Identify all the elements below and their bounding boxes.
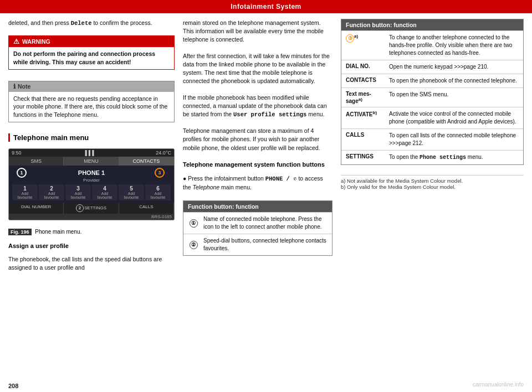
para3: If the mobile phonebook has been modifie… — [183, 94, 332, 120]
warning-box: ⚠ WARNING Do not perform the pairing and… — [8, 35, 175, 69]
phone-name-row: 1 PHONE 1 3 — [12, 168, 171, 178]
phone-mockup: 9:50 ▐▐▐ 24.0°C SMS MENU CONTACTS 1 P — [8, 148, 175, 220]
right-key-textmsg: Text mes-sagea) — [346, 91, 385, 104]
func-table-middle: Function button: function ① Name of conn… — [183, 200, 332, 256]
right-val-settings: To open the Phone settings menu. — [389, 153, 483, 162]
phone-tab-sms[interactable]: SMS — [9, 157, 64, 166]
page-header: Infotainment System — [0, 0, 532, 13]
phone-signal: ▐▐▐ — [83, 150, 94, 156]
phone-badge-1: 1 — [17, 168, 27, 178]
right-func-row-textmsg: Text mes-sagea) To open the SMS menu. — [341, 87, 523, 107]
fig-caption: Fig. 196 Phone main menu. — [8, 229, 175, 235]
right-key-3: ③a) — [346, 34, 385, 43]
right-val-activate: Activate the voice control of the connec… — [389, 110, 519, 126]
watermark: carmanualonline.info — [473, 381, 524, 388]
continue-text: remain stored on the telephone managemen… — [183, 19, 332, 44]
phone-bottom-bar: DIAL NUMBER 2 SETTINGS CALLS — [9, 203, 174, 214]
func-table-header: Function button: function — [183, 201, 332, 212]
numpad-5[interactable]: 5Addfavourite — [119, 184, 144, 200]
section-heading-text: Telephone main menu — [13, 133, 89, 142]
phone-top-bar: 9:50 ▐▐▐ 24.0°C — [9, 149, 174, 157]
note-box: ℹ Note Check that there are no requests … — [8, 81, 175, 122]
warning-body: Do not perform the pairing and connectio… — [9, 47, 174, 69]
right-key-calls: CALLS — [346, 132, 385, 138]
intro-text: deleted, and then press Delete to confir… — [8, 19, 175, 28]
note-body: Check that there are no requests pending… — [9, 92, 174, 122]
user-profile-settings-code: User profile settings — [233, 111, 306, 118]
section-heading-telephone: Telephone main menu — [8, 133, 175, 142]
page-number: 208 — [0, 380, 532, 392]
phone-name: PHONE 1 — [78, 169, 105, 176]
right-func-row-dialNo: DIAL NO. Open the numeric keypad >>>page… — [341, 60, 523, 74]
warning-icon: ⚠ — [13, 38, 19, 45]
phone-tab-menu[interactable]: MENU — [64, 157, 119, 166]
right-key-activate: ACTIVATEb) — [346, 110, 385, 117]
assign-text: The phonebook, the call lists and the sp… — [8, 255, 175, 272]
phone-numpad: 1Addfavourite 2Addfavourite 3Addfavourit… — [12, 184, 171, 200]
phone-tab-contacts[interactable]: CONTACTS — [119, 157, 174, 166]
phone-code: PHONE / ✆ — [265, 176, 297, 182]
right-key-settings: SETTINGS — [346, 153, 385, 159]
para4: Telephone management can store a maximum… — [183, 127, 332, 152]
func-section-title: Telephone management system function but… — [183, 161, 325, 168]
fig-label: Fig. 196 — [8, 229, 32, 235]
phone-main-screen: 1 PHONE 1 3 Provider 1Addfavourite 2Addf… — [9, 166, 174, 203]
func-table-row-1: ① Name of connected mobile telephone. Pr… — [183, 212, 332, 234]
right-func-row-contacts: CONTACTS To open the phonebook of the co… — [341, 74, 523, 87]
right-func-row-settings: SETTINGS To open the Phone settings menu… — [341, 150, 523, 164]
right-key-dialNo: DIAL NO. — [346, 63, 385, 69]
right-val-contacts: To open the phonebook of the connected t… — [389, 77, 517, 85]
para2: After the first connection, it will take… — [183, 52, 332, 86]
badge-2-circle: 2 — [76, 204, 84, 212]
func-table-row-2: ② Speed-dial buttons, connected telephon… — [183, 234, 332, 255]
footnotes: a) Not available for the Media System Co… — [341, 175, 524, 190]
right-key-contacts: CONTACTS — [346, 77, 385, 83]
warning-header: ⚠ WARNING — [9, 36, 174, 47]
right-val-calls: To open call lists of the connected mobi… — [389, 132, 519, 147]
func-section-heading: Telephone management system function but… — [183, 161, 332, 168]
footnote-b: b) Only valid for the Media System Colou… — [341, 184, 524, 190]
phone-tabs: SMS MENU CONTACTS — [9, 157, 174, 166]
telephone-italic: Telephone — [193, 184, 220, 190]
content-area: deleted, and then press Delete to confir… — [0, 13, 532, 380]
phone-provider: Provider — [83, 178, 100, 183]
note-icon: ℹ — [13, 83, 16, 90]
numpad-3[interactable]: 3Addfavourite — [65, 184, 91, 200]
func-icon-2: ② — [188, 241, 199, 249]
right-val-textmsg: To open the SMS menu. — [389, 91, 448, 99]
bottom-settings[interactable]: 2 SETTINGS — [64, 203, 119, 214]
right-val-dialNo: Open the numeric keypad >>>page 210. — [389, 63, 488, 71]
delete-code: Delete — [71, 20, 92, 27]
func-icon-1: ① — [188, 219, 199, 228]
phone-badge-ref: BRS-0165 — [9, 214, 174, 220]
phone-temp: 24.0°C — [156, 150, 171, 156]
warning-label: WARNING — [22, 38, 50, 45]
bottom-dial-number[interactable]: DIAL NUMBER — [9, 203, 64, 214]
right-func-row-calls: CALLS To open call lists of the connecte… — [341, 128, 523, 150]
numpad-1[interactable]: 1Addfavourite — [12, 184, 38, 200]
right-val-3: To change to another telephone connected… — [389, 34, 519, 57]
right-func-row-3: ③a) To change to another telephone conne… — [341, 30, 523, 60]
right-func-row-activate: ACTIVATEb) Activate the voice control of… — [341, 107, 523, 128]
func-desc-2: Speed-dial buttons, connected telephone … — [203, 237, 328, 252]
page: Infotainment System deleted, and then pr… — [0, 0, 532, 392]
assign-heading: Assign a user profile — [8, 243, 175, 249]
right-func-header: Function button: function — [341, 19, 523, 30]
func-intro-line: ● Press the infotainment button PHONE / … — [183, 174, 332, 192]
func-desc-1: Name of connected mobile telephone. Pres… — [203, 215, 328, 231]
left-column: deleted, and then press Delete to confir… — [8, 19, 175, 374]
middle-column: remain stored on the telephone managemen… — [183, 19, 332, 374]
phone-time: 9:50 — [12, 150, 22, 156]
fig-caption-text: Phone main menu. — [35, 229, 81, 235]
numpad-2[interactable]: 2Addfavourite — [39, 184, 64, 200]
header-title: Infotainment System — [231, 3, 301, 11]
note-label: Note — [18, 83, 30, 90]
numpad-4[interactable]: 4Addfavourite — [92, 184, 117, 200]
footnote-a: a) Not available for the Media System Co… — [341, 178, 524, 184]
right-column: Function button: function ③a) To change … — [341, 19, 524, 374]
bottom-calls[interactable]: CALLS — [119, 203, 174, 214]
right-func-table: Function button: function ③a) To change … — [341, 19, 524, 165]
note-header: ℹ Note — [9, 81, 174, 92]
numpad-6[interactable]: 6Addfavourite — [145, 184, 171, 200]
phone-badge-3: 3 — [155, 168, 165, 178]
